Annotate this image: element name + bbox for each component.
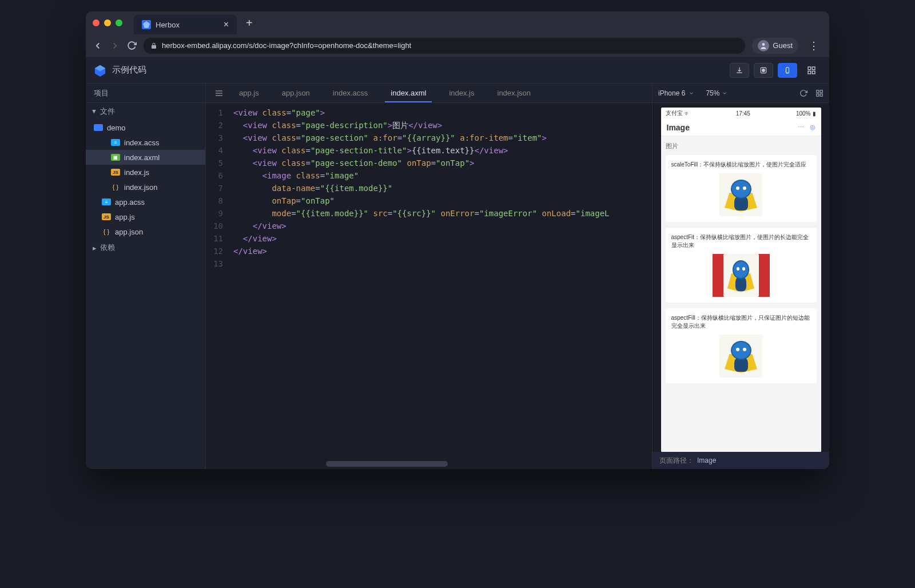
lock-icon bbox=[150, 42, 157, 49]
titlebar: Herbox × + bbox=[86, 11, 829, 34]
battery-icon: ▮ bbox=[813, 110, 816, 117]
sidebar-section-deps[interactable]: ▸依赖 bbox=[86, 239, 205, 256]
browser-window: Herbox × + herbox-embed.alipay.com/s/doc… bbox=[86, 11, 829, 469]
svg-rect-5 bbox=[808, 67, 811, 70]
editor-tab-index-js[interactable]: index.js bbox=[437, 84, 486, 102]
phone-status-bar: 支付宝 ᯤ 17:45 100%▮ bbox=[661, 108, 821, 119]
preview-grid-icon[interactable] bbox=[815, 89, 824, 97]
phone-body-label: 图片 bbox=[666, 142, 817, 150]
url-text: herbox-embed.alipay.com/s/doc-image?chIn… bbox=[162, 41, 411, 50]
image-card-scaletofill: scaleToFill：不保持纵横比缩放图片，使图片完全适应 bbox=[666, 155, 817, 222]
traffic-lights bbox=[93, 19, 122, 26]
preview-toolbar: iPhone 6 75% bbox=[653, 84, 829, 103]
phone-simulator: 支付宝 ᯤ 17:45 100%▮ Image ⋯ ◎ 图片 bbox=[661, 108, 821, 452]
css-file-icon: ≡ bbox=[102, 198, 111, 205]
url-bar: herbox-embed.alipay.com/s/doc-image?chIn… bbox=[86, 34, 829, 57]
file-item-index-acss[interactable]: ≡index.acss bbox=[86, 135, 205, 150]
device-selector[interactable]: iPhone 6 bbox=[658, 89, 694, 97]
js-file-icon: JS bbox=[111, 169, 120, 176]
layout-grid-button[interactable] bbox=[802, 63, 821, 78]
sidebar-section-files[interactable]: ▸文件 bbox=[86, 103, 205, 120]
footer-path: Image bbox=[697, 456, 716, 464]
app-logo-icon bbox=[94, 64, 106, 77]
folder-icon bbox=[94, 124, 103, 131]
svg-rect-12 bbox=[817, 90, 819, 92]
download-button[interactable] bbox=[730, 63, 749, 78]
theme-toggle-button[interactable] bbox=[754, 63, 773, 78]
svg-rect-6 bbox=[812, 67, 815, 70]
new-tab-button[interactable]: + bbox=[246, 17, 253, 30]
json-file-icon: { } bbox=[111, 184, 120, 190]
editor-tab-app-js[interactable]: app.js bbox=[228, 84, 270, 102]
kebab-menu-icon[interactable]: ⋮ bbox=[805, 39, 822, 52]
file-item-app-json[interactable]: { }app.json bbox=[86, 224, 205, 239]
preview-panel: iPhone 6 75% 支付宝 ᯤ 17:45 100%▮ Image bbox=[652, 84, 829, 469]
horizontal-scrollbar[interactable] bbox=[326, 461, 469, 467]
footer-label: 页面路径： bbox=[659, 456, 694, 466]
editor-tab-index-json[interactable]: index.json bbox=[486, 84, 543, 102]
profile-label: Guest bbox=[773, 41, 793, 50]
sidebar: 项目 ▸文件 demo ≡index.acss ▣index.axml JSin… bbox=[86, 84, 206, 469]
js-file-icon: JS bbox=[102, 213, 111, 220]
reload-button[interactable] bbox=[127, 41, 137, 50]
preview-footer: 页面路径： Image bbox=[653, 452, 829, 469]
app-title: 示例代码 bbox=[112, 65, 146, 76]
svg-rect-14 bbox=[817, 94, 819, 96]
tab-title: Herbox bbox=[156, 21, 219, 29]
maximize-window-button[interactable] bbox=[116, 19, 122, 26]
css-file-icon: ≡ bbox=[111, 139, 120, 146]
svg-point-2 bbox=[762, 69, 765, 71]
svg-point-0 bbox=[762, 43, 765, 46]
file-item-index-axml[interactable]: ▣index.axml bbox=[86, 150, 205, 165]
phone-body: 图片 scaleToFill：不保持纵横比缩放图片，使图片完全适应 aspect… bbox=[661, 136, 821, 452]
editor-tabs: app.js app.json index.acss index.axml in… bbox=[206, 84, 652, 103]
status-time: 17:45 bbox=[736, 110, 750, 117]
zoom-selector[interactable]: 75% bbox=[706, 89, 727, 97]
line-gutter: 12345678910111213 bbox=[206, 103, 229, 469]
editor-tab-app-json[interactable]: app.json bbox=[270, 84, 321, 102]
folder-demo[interactable]: demo bbox=[86, 120, 205, 135]
file-item-app-acss[interactable]: ≡app.acss bbox=[86, 194, 205, 209]
phone-page-title-bar: Image ⋯ ◎ bbox=[661, 119, 821, 136]
tab-favicon bbox=[142, 20, 151, 29]
tab-close-icon[interactable]: × bbox=[224, 19, 229, 30]
phone-page-title: Image bbox=[667, 123, 690, 132]
image-card-aspectfit: aspectFit：保持纵横比缩放图片，使图片的长边能完全显示出来 bbox=[666, 228, 817, 303]
profile-button[interactable]: Guest bbox=[752, 38, 798, 54]
sidebar-header-project: 项目 bbox=[86, 84, 205, 103]
wifi-icon: ᯤ bbox=[685, 110, 690, 117]
more-dots-icon[interactable]: ⋯ bbox=[798, 124, 804, 131]
svg-rect-13 bbox=[820, 90, 822, 92]
back-button[interactable] bbox=[93, 41, 103, 51]
target-icon[interactable]: ◎ bbox=[810, 124, 815, 131]
json-file-icon: { } bbox=[102, 228, 111, 235]
browser-tab[interactable]: Herbox × bbox=[134, 15, 237, 34]
code-editor[interactable]: 12345678910111213 <view class="page"> <v… bbox=[206, 103, 652, 469]
file-item-index-json[interactable]: { }index.json bbox=[86, 180, 205, 194]
svg-rect-7 bbox=[808, 71, 811, 74]
mobile-preview-button[interactable] bbox=[778, 63, 797, 78]
minimize-window-button[interactable] bbox=[104, 19, 111, 26]
avatar-icon bbox=[758, 40, 769, 51]
svg-rect-15 bbox=[820, 94, 822, 96]
file-item-app-js[interactable]: JSapp.js bbox=[86, 209, 205, 224]
menu-icon[interactable] bbox=[210, 84, 228, 102]
file-item-index-js[interactable]: JSindex.js bbox=[86, 165, 205, 180]
preview-refresh-icon[interactable] bbox=[799, 89, 807, 97]
editor-tab-index-acss[interactable]: index.acss bbox=[321, 84, 379, 102]
image-card-aspectfill: aspectFill：保持纵横比缩放图片，只保证图片的短边能完全显示出来 bbox=[666, 308, 817, 383]
url-field[interactable]: herbox-embed.alipay.com/s/doc-image?chIn… bbox=[144, 38, 745, 54]
svg-rect-8 bbox=[812, 71, 815, 74]
code-content: <view class="page"> <view class="page-de… bbox=[229, 103, 652, 469]
app-header: 示例代码 bbox=[86, 57, 829, 84]
file-tree: demo ≡index.acss ▣index.axml JSindex.js … bbox=[86, 120, 205, 239]
forward-button[interactable] bbox=[110, 41, 120, 51]
editor-tab-index-axml[interactable]: index.axml bbox=[379, 84, 437, 102]
close-window-button[interactable] bbox=[93, 19, 100, 26]
axml-file-icon: ▣ bbox=[111, 154, 120, 161]
